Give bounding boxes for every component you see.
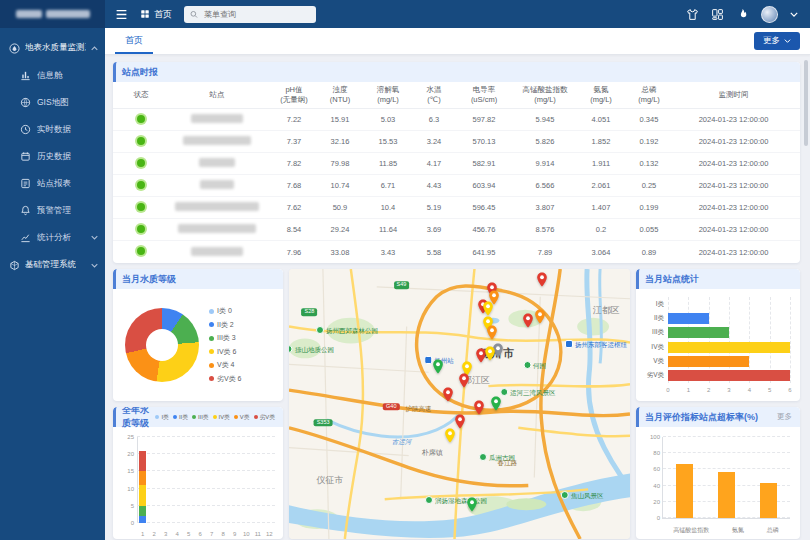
station-name-redacted [178, 224, 256, 233]
station-map-pin[interactable] [454, 414, 465, 433]
station-map-pin[interactable] [523, 313, 534, 332]
x-tick-label: 氨氮 [732, 526, 744, 535]
vbar-bars [663, 437, 790, 518]
value-cell: 2.061 [577, 181, 625, 190]
content-scrollbar-thumb[interactable] [804, 60, 808, 146]
station-map-pin[interactable] [458, 373, 469, 392]
y-tick-label: 20 [653, 499, 660, 505]
column-header: 监测时间 [673, 90, 794, 100]
sidebar-item-label: 站点报表 [37, 178, 71, 190]
sidebar-group-1[interactable]: 基础管理系统 [0, 251, 105, 279]
sidebar-item-0-4[interactable]: 站点报表 [0, 170, 105, 197]
left-chart-column: 当月水质等级 I类 0II类 2III类 3IV类 6V类 4劣V类 6 全年水… [113, 269, 283, 539]
station-map[interactable]: 扬州市江都区邗江区仪征市扬州西郊森林公园捺山地质公园何园运河三湾风景区瓜洲古园润… [289, 269, 630, 539]
status-ok-dot [137, 137, 145, 145]
exceed-rate-more-link[interactable]: 更多 [777, 412, 792, 422]
alert-icon [20, 205, 31, 216]
table-row[interactable]: 7.8279.9811.854.17582.919.9141.9110.1322… [113, 153, 800, 175]
x-tick-label: 2 [149, 531, 161, 537]
legend-swatch [213, 415, 217, 419]
x-tick-label: 10 [241, 531, 253, 537]
avatar[interactable] [761, 6, 778, 23]
hbar-category-labels: I类II类III类IV类V类劣V类 [638, 297, 664, 383]
sidebar-item-0-3[interactable]: 历史数据 [0, 143, 105, 170]
legend-swatch [155, 415, 159, 419]
station-cell [163, 136, 271, 147]
hamburger-menu-icon[interactable] [115, 8, 128, 21]
sidebar-item-0-2[interactable]: 实时数据 [0, 116, 105, 143]
menu-search-box[interactable] [184, 6, 316, 23]
column-header: pH值(无量纲) [271, 85, 317, 105]
sidebar-group-label: 基础管理系统 [25, 259, 76, 271]
table-row[interactable]: 7.2215.915.036.3597.825.9454.0510.345202… [113, 109, 800, 131]
station-map-pin[interactable] [474, 400, 485, 419]
value-cell: 32.16 [317, 137, 363, 146]
station-map-pin[interactable] [535, 309, 546, 328]
y-tick-label: 0 [657, 515, 660, 521]
theme-skin-icon[interactable] [686, 8, 699, 21]
month-column [160, 437, 172, 523]
status-ok-dot [137, 247, 145, 255]
gis-map-icon [20, 97, 31, 108]
table-row[interactable]: 7.6810.746.714.43603.946.5662.0610.25202… [113, 175, 800, 197]
station-name-redacted [191, 247, 243, 256]
value-cell: 2024-01-23 12:00:00 [673, 137, 794, 146]
stats-icon [20, 232, 31, 243]
sidebar-item-0-0[interactable]: 信息舱 [0, 62, 105, 89]
sidebar-item-0-6[interactable]: 统计分析 [0, 224, 105, 251]
water-grade-donut-chart[interactable] [125, 308, 199, 382]
station-map-pin[interactable] [537, 272, 548, 291]
hbar-rows [668, 297, 790, 383]
more-button[interactable]: 更多 [754, 32, 800, 50]
table-row[interactable]: 7.9633.083.435.58641.957.893.0640.892024… [113, 241, 800, 263]
station-map-pin[interactable] [467, 497, 478, 516]
table-row[interactable]: 8.5429.2411.643.69456.768.5760.20.055202… [113, 219, 800, 241]
layout-dashboard-icon[interactable] [711, 8, 724, 21]
stack-segment [139, 485, 146, 506]
logo-blur-block [16, 10, 42, 18]
stack-segment [139, 451, 146, 472]
annual-stacked-chart[interactable]: 0510152025 [137, 437, 275, 523]
flame-icon[interactable] [736, 8, 749, 21]
chevron-down-icon[interactable] [790, 12, 798, 17]
table-row[interactable]: 7.3732.1615.533.24570.135.8261.8520.1922… [113, 131, 800, 153]
station-map-pin[interactable] [442, 387, 453, 406]
legend-item: 劣V类 [254, 413, 275, 422]
annual-grade-title: 全年水质等级 [122, 407, 151, 430]
station-map-pin[interactable] [444, 428, 455, 447]
search-input[interactable] [202, 9, 310, 20]
value-cell: 0.055 [625, 225, 673, 234]
station-map-pin[interactable] [491, 396, 502, 415]
x-tick-label: 11 [252, 531, 264, 537]
value-cell: 29.24 [317, 225, 363, 234]
station-name-redacted [200, 180, 234, 189]
month-column [183, 437, 195, 523]
sidebar-item-label: 预警管理 [37, 205, 71, 217]
status-cell [119, 137, 163, 147]
topbar-home-nav[interactable]: 首页 [140, 8, 172, 21]
station-count-bar-chart[interactable] [668, 297, 790, 383]
value-cell: 9.914 [513, 159, 577, 168]
sidebar-group-0[interactable]: 地表水质量监测系统 [0, 34, 105, 62]
sidebar-item-0-1[interactable]: GIS地图 [0, 89, 105, 116]
tab-home[interactable]: 首页 [115, 28, 153, 54]
sidebar-item-0-5[interactable]: 预警管理 [0, 197, 105, 224]
status-ok-dot [137, 181, 145, 189]
content: 站点时报 状态站点pH值(无量纲)浊度(NTU)溶解氧(mg/L)水温(℃)电导… [105, 55, 810, 540]
value-cell: 0.199 [625, 203, 673, 212]
station-map-pin[interactable] [484, 346, 495, 365]
exceed-rate-bar-chart[interactable]: 020406080100 [662, 437, 790, 519]
chevron-up-icon [91, 46, 98, 51]
station-name-redacted [175, 202, 259, 211]
column-header: 站点 [163, 90, 271, 100]
legend-swatch [209, 349, 214, 354]
value-cell: 3.43 [363, 248, 413, 257]
value-cell: 570.13 [455, 137, 513, 146]
legend-item: III类 [192, 413, 209, 422]
station-map-pin[interactable] [486, 325, 497, 344]
month-columns [137, 437, 275, 523]
station-cell [163, 180, 271, 191]
station-map-pin[interactable] [432, 359, 443, 378]
table-row[interactable]: 7.6250.910.45.19596.453.8071.4070.199202… [113, 197, 800, 219]
bar [668, 356, 749, 367]
